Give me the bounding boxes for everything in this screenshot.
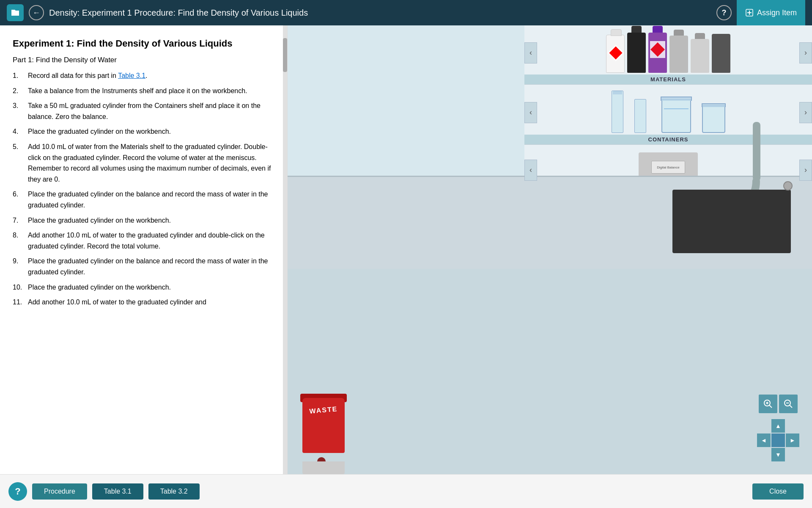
nav-left-button[interactable]: ◄ (757, 433, 771, 447)
instruments-prev-button[interactable]: ‹ (524, 160, 537, 181)
procedure-part: Part 1: Find the Density of Water (13, 56, 274, 64)
lab-controls: ▲ ◄ ► ▼ (757, 395, 799, 461)
waste-container[interactable]: WASTE (300, 398, 347, 474)
waste-body: WASTE (302, 398, 345, 453)
materials-shelf: ‹ (524, 25, 812, 85)
list-item: 5. Add 10.0 mL of water from the Materia… (13, 141, 274, 185)
help-circle-button[interactable]: ? (8, 482, 27, 501)
material-bottle-2[interactable] (627, 33, 646, 73)
material-bottle-5[interactable] (691, 39, 709, 73)
waste-base (302, 461, 345, 474)
sink-area (651, 109, 795, 253)
sink-basin (672, 190, 791, 253)
nav-center (771, 433, 785, 447)
hazard-diamond-icon (607, 44, 624, 61)
nav-down-button[interactable]: ▼ (771, 448, 785, 461)
faucet-handle[interactable] (783, 181, 793, 190)
folder-button[interactable] (7, 4, 24, 21)
container-cylinder-medium[interactable] (634, 99, 646, 133)
svg-rect-3 (753, 122, 760, 181)
header: ← Density: Experiment 1 Procedure: Find … (0, 0, 812, 25)
list-item: 8. Add another 10.0 mL of water to the g… (13, 230, 274, 251)
zoom-controls (759, 395, 798, 413)
bench-surface (288, 176, 812, 269)
list-item: 1. Record all data for this part in Tabl… (13, 70, 274, 81)
under-bench: WASTE (288, 269, 812, 474)
list-item: 10. Place the graduated cylinder on the … (13, 282, 274, 293)
containers-next-button[interactable]: › (799, 102, 812, 123)
nav-cross: ▲ ◄ ► ▼ (757, 419, 799, 461)
container-cylinder-tall-1[interactable] (612, 91, 623, 133)
waste-label: WASTE (302, 405, 345, 416)
procedure-panel: Experiment 1: Find the Density of Variou… (0, 25, 288, 474)
lab-bench[interactable]: WASTE (288, 176, 812, 474)
zoom-out-button[interactable] (779, 395, 798, 413)
containers-prev-button[interactable]: ‹ (524, 102, 537, 123)
nav-right-button[interactable]: ► (786, 433, 799, 447)
material-bottle-1[interactable] (606, 35, 625, 73)
list-item: 4. Place the graduated cylinder on the w… (13, 126, 274, 137)
back-button[interactable]: ← (29, 5, 44, 20)
table31-link[interactable]: Table 3.1 (118, 72, 145, 79)
list-item: 9. Place the graduated cylinder on the b… (13, 256, 274, 277)
table32-tab-button[interactable]: Table 3.2 (148, 483, 200, 500)
list-item: 3. Take a 50 mL graduated cylinder from … (13, 100, 274, 122)
nav-up-button[interactable]: ▲ (771, 419, 785, 433)
help-button[interactable]: ? (716, 5, 732, 20)
materials-next-button[interactable]: › (799, 42, 812, 64)
lab-panel[interactable]: ‹ (288, 25, 812, 474)
procedure-title: Experiment 1: Find the Density of Variou… (13, 38, 274, 49)
instruments-next-button[interactable]: › (799, 160, 812, 181)
material-bottle-4[interactable] (669, 36, 688, 73)
list-item: 7. Place the graduated cylinder on the w… (13, 215, 274, 226)
close-button[interactable]: Close (752, 483, 804, 500)
fade-overlay (0, 457, 287, 474)
assign-item-label: Assign Item (757, 8, 797, 17)
list-item: 6. Place the graduated cylinder on the b… (13, 189, 274, 210)
list-item: 11. Add another 10.0 mL of water to the … (13, 297, 274, 307)
svg-line-11 (790, 405, 792, 408)
procedure-tab-button[interactable]: Procedure (32, 483, 87, 500)
bottom-bar: ? Procedure Table 3.1 Table 3.2 Close (0, 474, 812, 508)
main-layout: Experiment 1: Find the Density of Variou… (0, 25, 812, 474)
svg-line-8 (769, 405, 772, 408)
scrollbar-thumb[interactable] (283, 38, 287, 72)
materials-label: MATERIALS (524, 75, 812, 84)
material-bottle-3[interactable] (648, 33, 667, 73)
list-item: 2. Take a balance from the Instruments s… (13, 86, 274, 97)
scrollbar[interactable] (283, 25, 287, 474)
assign-item-button[interactable]: Assign Item (737, 0, 805, 25)
procedure-steps: 1. Record all data for this part in Tabl… (13, 70, 274, 307)
page-title: Density: Experiment 1 Procedure: Find th… (49, 8, 711, 18)
step-num: 1. (13, 70, 28, 81)
material-bottle-6[interactable] (712, 34, 730, 73)
zoom-in-button[interactable] (759, 395, 777, 413)
materials-prev-button[interactable]: ‹ (524, 42, 537, 64)
table31-tab-button[interactable]: Table 3.1 (92, 483, 143, 500)
materials-items (524, 28, 812, 75)
